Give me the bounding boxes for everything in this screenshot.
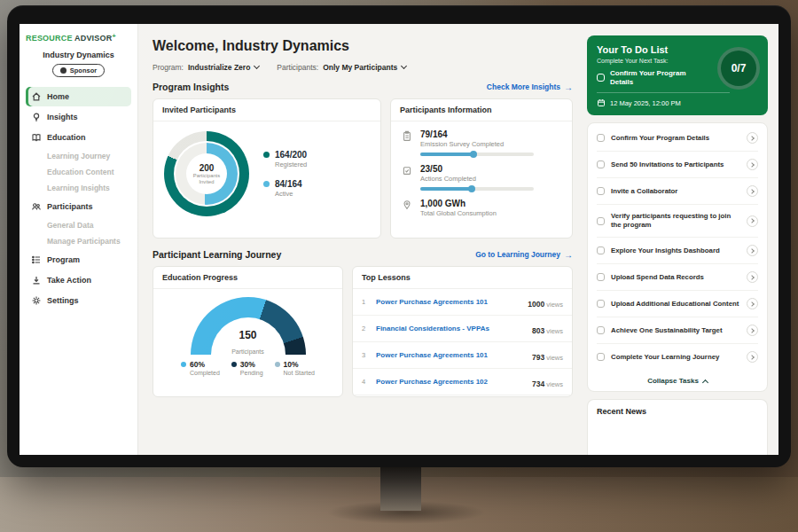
sidebar-item-education-content[interactable]: Education Content	[26, 164, 131, 180]
sidebar-item-label: Program	[47, 255, 80, 264]
sidebar-item-label: Settings	[47, 296, 79, 305]
chevron-right-icon[interactable]	[747, 271, 758, 283]
task-row[interactable]: Explore Your Insights Dashboard	[597, 238, 758, 264]
chevron-right-icon[interactable]	[747, 325, 758, 336]
task-checkbox[interactable]	[597, 353, 605, 361]
chevron-right-icon[interactable]	[747, 298, 758, 309]
next-task-checkbox[interactable]	[597, 74, 605, 82]
participants-icon	[31, 201, 42, 212]
link-label: Go to Learning Journey	[475, 250, 560, 259]
task-row[interactable]: Upload Additional Educational Content	[597, 291, 758, 317]
action-icon	[31, 275, 42, 286]
sidebar-item-settings[interactable]: Settings	[26, 291, 131, 310]
sidebar-item-label: Home	[47, 92, 69, 101]
donut-center-label: Participants Invited	[186, 173, 227, 185]
task-checkbox[interactable]	[597, 187, 605, 195]
sidebar-item-general-data[interactable]: General Data	[26, 217, 131, 233]
task-checkbox[interactable]	[597, 273, 605, 281]
program-select[interactable]: Program: Industrialize Zero	[153, 63, 259, 72]
gauge-center-value: 150	[211, 329, 286, 341]
task-row[interactable]: Invite a Collaborator	[597, 178, 758, 205]
legend-value: 60%	[190, 360, 205, 369]
task-row[interactable]: Complete Your Learning Journey	[597, 344, 758, 370]
sidebar-subitem-label: Manage Participants	[47, 237, 121, 246]
chevron-up-icon	[702, 379, 708, 386]
task-label: Invite a Collaborator	[611, 187, 740, 196]
gear-icon	[31, 295, 42, 306]
progress-bar	[420, 153, 534, 156]
check-more-insights-link[interactable]: Check More Insights	[487, 82, 573, 92]
lesson-link[interactable]: Power Purchase Agreements 101	[376, 351, 525, 359]
task-label: Upload Spend Data Records	[611, 273, 740, 282]
legend-pending: 30% Pending	[231, 360, 263, 376]
sponsor-badge[interactable]: Sponsor	[52, 64, 105, 77]
education-progress-card: Education Progress 150 Participants 60% …	[153, 266, 343, 397]
task-row[interactable]: Achieve One Sustainability Target	[597, 317, 758, 344]
chevron-right-icon[interactable]	[747, 159, 758, 170]
chevron-right-icon[interactable]	[747, 245, 758, 256]
go-to-learning-journey-link[interactable]: Go to Learning Journey	[475, 250, 573, 260]
task-label: Complete Your Learning Journey	[611, 353, 740, 362]
pin-icon	[402, 199, 413, 217]
task-checkbox[interactable]	[597, 300, 605, 308]
lesson-link[interactable]: Power Purchase Agreements 102	[376, 378, 525, 386]
sidebar-item-manage-participants[interactable]: Manage Participants	[26, 233, 131, 249]
task-checkbox[interactable]	[597, 246, 605, 254]
sidebar-item-participants[interactable]: Participants	[26, 197, 131, 216]
task-row[interactable]: Upload Spend Data Records	[597, 264, 758, 291]
task-checkbox[interactable]	[597, 160, 605, 168]
lesson-rank: 1	[362, 298, 369, 306]
home-icon	[31, 91, 42, 102]
sidebar-item-insights[interactable]: Insights	[26, 107, 131, 127]
task-row[interactable]: Verify participants requesting to join t…	[597, 205, 758, 238]
next-task-due: 12 May 2025, 12:00 PM	[610, 99, 681, 107]
chevron-right-icon[interactable]	[747, 215, 758, 227]
arrow-right-icon	[564, 82, 573, 92]
task-checkbox[interactable]	[597, 326, 605, 334]
sidebar-item-label: Participants	[47, 202, 93, 211]
arrow-right-icon	[564, 250, 573, 260]
lesson-link[interactable]: Power Purchase Agreements 101	[376, 298, 520, 306]
task-label: Confirm Your Program Details	[611, 134, 740, 143]
task-row[interactable]: Send 50 Invitations to Participants	[597, 152, 758, 178]
lesson-rank: 4	[362, 378, 369, 386]
sponsor-badge-label: Sponsor	[70, 66, 97, 74]
legend-label: Pending	[240, 370, 263, 376]
legend-dot	[275, 362, 280, 367]
sidebar-item-take-action[interactable]: Take Action	[26, 270, 131, 290]
sidebar-item-learning-insights[interactable]: Learning Insights	[26, 180, 131, 196]
learning-journey-title: Participant Learning Journey	[153, 249, 281, 260]
info-label: Total Global Consumption	[420, 209, 497, 217]
sidebar-item-home[interactable]: Home	[26, 87, 131, 106]
brand-primary: RESOURCE	[26, 34, 73, 43]
info-label: Emission Survey Completed	[420, 140, 534, 148]
participants-select[interactable]: Participants: Only My Participants	[277, 63, 406, 72]
sidebar-item-learning-journey[interactable]: Learning Journey	[26, 148, 131, 164]
brand-secondary: ADVISOR	[74, 34, 112, 43]
lesson-link[interactable]: Financial Considerations - VPPAs	[376, 325, 525, 332]
chevron-right-icon[interactable]	[747, 185, 758, 197]
todo-summary-card: Your To Do List Complete Your Next Task:…	[587, 35, 768, 115]
chevron-right-icon[interactable]	[747, 132, 758, 144]
task-checkbox[interactable]	[597, 217, 605, 225]
info-value: 79/164	[420, 129, 534, 139]
sidebar-subitem-label: Learning Insights	[47, 184, 110, 192]
sidebar-item-education[interactable]: Education	[26, 128, 131, 147]
recent-news-card: Recent News	[587, 399, 768, 455]
invited-donut-outer: 200 Participants Invited	[164, 131, 249, 216]
sidebar-item-label: Education	[47, 133, 86, 142]
collapse-tasks-button[interactable]: Collapse Tasks	[597, 370, 758, 391]
chevron-right-icon[interactable]	[747, 351, 758, 363]
sidebar-item-program[interactable]: Program	[26, 250, 131, 270]
info-label: Actions Completed	[420, 175, 534, 183]
legend-dot	[263, 152, 270, 158]
page-title: Welcome, Industry Dynamics	[153, 38, 573, 54]
brand-plus: +	[112, 33, 115, 39]
info-value: 1,000 GWh	[420, 199, 497, 208]
legend-label: Not Started	[284, 370, 315, 376]
task-row[interactable]: Confirm Your Program Details	[597, 125, 758, 152]
info-row-actions: 23/50 Actions Completed	[402, 164, 561, 191]
lesson-row: 4 Power Purchase Agreements 102 734 view…	[353, 369, 572, 395]
program-label: Program:	[153, 63, 184, 72]
task-checkbox[interactable]	[597, 134, 605, 142]
